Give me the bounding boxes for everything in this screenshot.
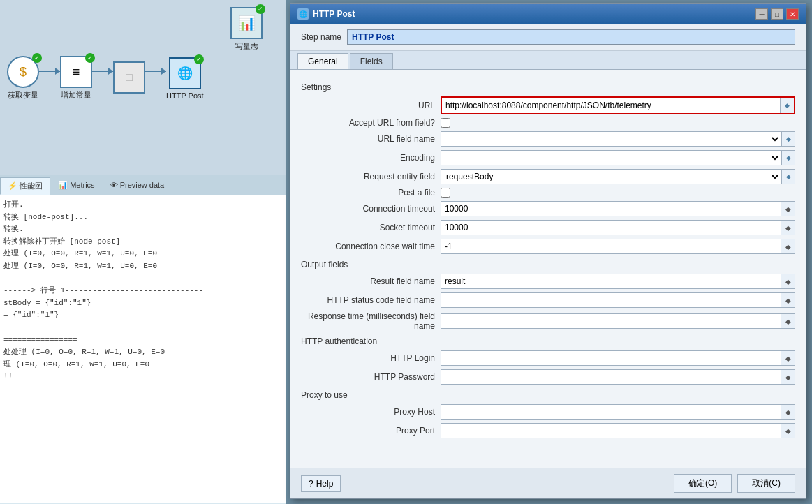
http-login-label: HTTP Login — [301, 353, 441, 363]
proxy-host-btn[interactable]: ◆ — [781, 404, 795, 420]
encoding-label: Encoding — [301, 153, 441, 163]
close-button[interactable]: ✕ — [786, 8, 799, 20]
help-icon: ? — [309, 479, 313, 489]
connection-close-wait-label: Connection close wait time — [301, 242, 441, 251]
proxy-port-container: ◆ — [441, 423, 795, 438]
footer-buttons: 确定(O) 取消(C) — [674, 474, 795, 493]
result-field-input[interactable] — [441, 274, 781, 289]
proxy-port-row: Proxy Port ◆ — [301, 423, 795, 438]
accept-url-checkbox[interactable] — [441, 118, 450, 128]
settings-section-header: Settings — [301, 82, 795, 92]
url-diamond-btn[interactable]: ◆ — [780, 98, 794, 113]
log-line-7 — [3, 273, 283, 286]
url-field-name-diamond[interactable]: ◆ — [781, 131, 795, 147]
tab-metrics[interactable]: 📊 Metrics — [50, 177, 103, 195]
log-line-9: stBody = {"id":"1"} — [3, 297, 283, 310]
top-node-icon-symbol: 📊 — [238, 15, 256, 31]
node-http-post[interactable]: 🌐 ✓ HTTP Post — [166, 57, 204, 100]
output-fields-section-header: Output fields — [301, 260, 795, 269]
dialog-tabs: General Fields — [290, 51, 806, 70]
step-name-input[interactable] — [347, 29, 795, 45]
proxy-port-btn[interactable]: ◆ — [781, 423, 795, 438]
arrow-2 — [92, 71, 113, 72]
url-field-name-select[interactable] — [441, 131, 781, 147]
tab-general[interactable]: General — [297, 53, 348, 69]
node-add-const-label: 增加常量 — [61, 90, 91, 101]
arrow-3 — [145, 71, 166, 72]
top-node-label: 写量志 — [235, 41, 258, 52]
proxy-host-input[interactable] — [441, 404, 781, 420]
dialog-body: Settings URL ◆ Accept URL from field? UR… — [290, 70, 806, 468]
http-password-input[interactable] — [441, 369, 781, 385]
url-label: URL — [301, 101, 441, 110]
log-line-1: 打开. — [3, 199, 283, 212]
connection-timeout-input[interactable] — [441, 201, 781, 216]
top-node-icon[interactable]: 📊 ✓ — [230, 7, 263, 39]
bottom-tabs: ⚡ 性能图 📊 Metrics 👁 Preview data — [0, 175, 286, 195]
encoding-select[interactable] — [441, 150, 781, 165]
request-entity-diamond[interactable]: ◆ — [781, 169, 795, 184]
tab-fields[interactable]: Fields — [350, 53, 393, 69]
node-empty-icon[interactable]: □ — [113, 61, 145, 94]
post-file-checkbox[interactable] — [441, 188, 450, 198]
log-line-15: !! — [3, 371, 283, 383]
maximize-button[interactable]: □ — [771, 8, 783, 20]
node-get-var[interactable]: $ ✓ 获取变量 — [7, 56, 39, 101]
node-add-const-symbol: ≡ — [73, 65, 80, 80]
node-get-var-icon[interactable]: $ ✓ — [7, 56, 39, 88]
http-status-btn[interactable]: ◆ — [781, 292, 795, 308]
response-time-btn[interactable]: ◆ — [781, 313, 795, 329]
http-login-btn[interactable]: ◆ — [781, 350, 795, 366]
connection-timeout-btn[interactable]: ◆ — [781, 201, 795, 216]
result-field-btn[interactable]: ◆ — [781, 274, 795, 289]
http-password-btn[interactable]: ◆ — [781, 369, 795, 385]
connection-close-wait-btn[interactable]: ◆ — [781, 239, 795, 254]
step-name-row: Step name — [290, 24, 806, 51]
log-line-12: ================ — [3, 334, 283, 347]
node-add-const-check: ✓ — [85, 53, 95, 63]
http-status-input[interactable] — [441, 292, 781, 308]
log-line-6: 处理 (I=0, O=0, R=1, W=1, U=0, E=0 — [3, 260, 283, 273]
proxy-host-label: Proxy Host — [301, 407, 441, 417]
response-time-input[interactable] — [441, 313, 781, 329]
http-auth-section-header: HTTP authentication — [301, 336, 795, 346]
tab-preview[interactable]: 👁 Preview data — [103, 177, 172, 195]
http-login-row: HTTP Login ◆ — [301, 350, 795, 366]
proxy-section-header: Proxy to use — [301, 390, 795, 400]
accept-url-row: Accept URL from field? — [301, 118, 795, 128]
encoding-diamond[interactable]: ◆ — [781, 150, 795, 165]
connection-close-wait-input[interactable] — [441, 239, 781, 254]
url-row: URL ◆ — [301, 96, 795, 114]
socket-timeout-input[interactable] — [441, 220, 781, 235]
node-empty-symbol: □ — [126, 71, 133, 84]
dialog-footer: ? Help 确定(O) 取消(C) — [290, 468, 806, 498]
node-empty[interactable]: □ — [113, 61, 145, 96]
proxy-port-label: Proxy Port — [301, 426, 441, 436]
url-field-name-select-container: ◆ — [441, 131, 795, 147]
request-entity-row: Request entity field requestBody ◆ — [301, 169, 795, 184]
node-add-const-icon[interactable]: ≡ ✓ — [60, 56, 92, 88]
log-line-14: 理 (I=0, O=0, R=1, W=1, U=0, E=0 — [3, 359, 283, 371]
help-button[interactable]: ? Help — [301, 475, 341, 492]
url-input[interactable] — [442, 98, 780, 113]
request-entity-select[interactable]: requestBody — [441, 169, 781, 184]
url-field-name-row: URL field name ◆ — [301, 131, 795, 147]
node-http-post-icon[interactable]: 🌐 ✓ — [169, 57, 201, 89]
encoding-select-container: ◆ — [441, 150, 795, 165]
log-line-3: 转换. — [3, 223, 283, 236]
url-input-container: ◆ — [441, 96, 795, 114]
proxy-port-input[interactable] — [441, 423, 781, 438]
socket-timeout-btn[interactable]: ◆ — [781, 220, 795, 235]
log-line-8: ------> 行号 1----------------------------… — [3, 285, 283, 297]
connection-timeout-label: Connection timeout — [301, 204, 441, 214]
ok-button[interactable]: 确定(O) — [674, 474, 732, 493]
tab-performance[interactable]: ⚡ 性能图 — [0, 177, 50, 195]
node-add-const[interactable]: ≡ ✓ 增加常量 — [60, 56, 92, 101]
cancel-button[interactable]: 取消(C) — [737, 474, 795, 493]
titlebar-controls: ─ □ ✕ — [755, 8, 799, 20]
minimize-button[interactable]: ─ — [755, 8, 768, 20]
arrow-1 — [39, 71, 60, 72]
connection-timeout-container: ◆ — [441, 201, 795, 216]
http-login-input[interactable] — [441, 350, 781, 366]
log-line-5: 处理 (I=0, O=0, R=1, W=1, U=0, E=0 — [3, 248, 283, 260]
